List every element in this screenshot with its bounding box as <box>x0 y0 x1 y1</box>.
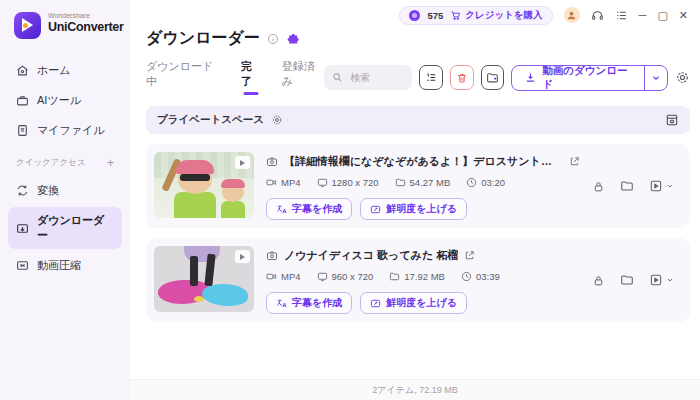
sidebar-item-video-compress[interactable]: 動画圧縮 <box>8 252 122 279</box>
lock-icon[interactable] <box>592 274 605 287</box>
format-icon <box>266 271 277 282</box>
tabs: ダウンロード中 完了 登録済み <box>146 59 324 96</box>
external-link-icon[interactable] <box>464 250 475 261</box>
play-with-menu[interactable] <box>649 273 674 287</box>
buy-credits-button[interactable]: クレジットを購入 <box>450 9 542 22</box>
download-list: 【詳細情報欄になぞなぞがあるよ！】デロスサントス 歌うしかないだろ with 助… <box>146 144 690 332</box>
resolution-icon <box>317 271 328 282</box>
cart-icon <box>450 10 461 21</box>
minimize-button[interactable]: ─ <box>639 10 647 21</box>
video-badge-icon <box>235 156 250 169</box>
video-thumbnail[interactable] <box>154 246 254 312</box>
maximize-button[interactable]: ▢ <box>657 10 667 21</box>
task-list-icon[interactable] <box>615 9 628 22</box>
credit-coin-icon <box>409 10 420 21</box>
quick-access-add-button[interactable]: + <box>107 156 114 170</box>
delete-button[interactable] <box>450 65 474 90</box>
duration-value: 03:39 <box>476 271 500 282</box>
duration-icon <box>466 177 477 188</box>
filesize-icon <box>395 177 406 188</box>
items-summary: 2アイテム, 72.19 MB <box>372 384 457 397</box>
sidebar-item-label: AIツール <box>37 93 81 108</box>
main-area: 575 クレジットを購入 ─ ▢ ✕ ダウ <box>130 0 700 400</box>
sidebar-item-downloader[interactable]: ダウンローダー <box>8 207 122 249</box>
safe-box-icon[interactable] <box>665 113 679 127</box>
play-in-app-icon <box>649 273 663 287</box>
create-subtitles-button[interactable]: 字幕を作成 <box>266 292 352 314</box>
tab-downloading[interactable]: ダウンロード中 <box>146 59 221 96</box>
settings-gear-icon[interactable] <box>675 70 690 85</box>
sidebar-item-label: 変換 <box>37 183 59 198</box>
download-video-label: 動画のダウンロード <box>542 65 630 91</box>
filesize-icon <box>389 271 400 282</box>
sidebar-item-convert[interactable]: 変換 <box>8 177 122 204</box>
brand-product: UniConverter <box>48 20 124 34</box>
duration-value: 03:20 <box>481 177 505 188</box>
brand-company: Wondershare <box>48 12 124 20</box>
sidebar-item-label: ダウンローダー <box>37 213 114 243</box>
tab-registered[interactable]: 登録済み <box>282 59 324 96</box>
open-folder-icon[interactable] <box>620 179 634 193</box>
play-in-app-icon <box>649 179 663 193</box>
search-box[interactable] <box>324 65 412 90</box>
app-window: Wondershare UniConverter ホーム AIツール マイファイ… <box>0 0 700 400</box>
sidebar-item-my-files[interactable]: マイファイル <box>8 117 122 144</box>
download-item-row[interactable]: 【詳細情報欄になぞなぞがあるよ！】デロスサントス 歌うしかないだろ with 助… <box>146 144 690 228</box>
uniconverter-logo-icon <box>14 12 41 39</box>
support-headset-icon[interactable] <box>591 9 604 22</box>
item-type-icon <box>266 156 278 168</box>
private-space-settings-icon[interactable] <box>271 114 283 126</box>
toolbar: ダウンロード中 完了 登録済み <box>130 59 700 106</box>
titlebar: 575 クレジットを購入 ─ ▢ ✕ <box>130 0 700 24</box>
sidebar-item-home[interactable]: ホーム <box>8 57 122 84</box>
user-avatar[interactable] <box>564 7 580 23</box>
close-button[interactable]: ✕ <box>679 10 688 21</box>
filesize-value: 54.27 MB <box>410 177 451 188</box>
quick-access-header: クイックアクセス + <box>16 156 114 170</box>
external-link-icon[interactable] <box>569 156 580 167</box>
downloader-icon <box>16 222 29 235</box>
format-value: MP4 <box>281 271 301 282</box>
lock-icon[interactable] <box>592 180 605 193</box>
page-title: ダウンローダー <box>146 28 260 49</box>
video-title: 【詳細情報欄になぞなぞがあるよ！】デロスサントス 歌うしかないだろ with 助… <box>284 154 563 169</box>
toolbox-icon <box>16 94 29 107</box>
tab-completed[interactable]: 完了 <box>241 59 262 96</box>
sidebar-item-label: 動画圧縮 <box>37 258 81 273</box>
file-icon <box>16 124 29 137</box>
download-options-chevron[interactable] <box>644 66 667 90</box>
video-badge-icon <box>235 250 250 263</box>
resolution-value: 1280 x 720 <box>332 177 379 188</box>
sidebar-item-label: ホーム <box>37 63 71 78</box>
credits-pill[interactable]: 575 クレジットを購入 <box>399 6 552 25</box>
download-video-split-button[interactable]: 動画のダウンロード <box>511 65 668 91</box>
chevron-down-icon <box>666 182 674 190</box>
page-head: ダウンローダー <box>130 24 700 59</box>
home-icon <box>16 64 29 77</box>
credits-count: 575 <box>427 10 443 21</box>
open-folder-icon[interactable] <box>620 273 634 287</box>
move-to-folder-button[interactable] <box>481 65 505 90</box>
item-type-icon <box>266 250 278 262</box>
download-icon <box>525 72 536 83</box>
video-thumbnail[interactable] <box>154 152 254 218</box>
sidebar-item-ai-tools[interactable]: AIツール <box>8 87 122 114</box>
quick-access-label: クイックアクセス <box>16 157 86 169</box>
download-item-row[interactable]: ノウナイディスコ 歌ってみた 柘榴 MP4 960 x 720 <box>146 238 690 322</box>
play-with-menu[interactable] <box>649 179 674 193</box>
create-subtitles-button[interactable]: 字幕を作成 <box>266 198 352 220</box>
download-video-button[interactable]: 動画のダウンロード <box>512 66 643 90</box>
resolution-value: 960 x 720 <box>332 271 374 282</box>
sort-list-button[interactable] <box>419 65 443 90</box>
plugin-puzzle-icon[interactable] <box>286 31 301 46</box>
chevron-down-icon <box>666 276 674 284</box>
private-space-bar[interactable]: プライベートスペース <box>146 106 690 134</box>
video-title: ノウナイディスコ 歌ってみた 柘榴 <box>284 248 458 263</box>
format-value: MP4 <box>281 177 301 188</box>
status-bar: 2アイテム, 72.19 MB <box>130 379 700 400</box>
resolution-icon <box>317 177 328 188</box>
info-icon[interactable] <box>267 33 279 45</box>
enhance-quality-button[interactable]: 鮮明度を上げる <box>360 198 467 220</box>
search-input[interactable] <box>348 71 408 84</box>
enhance-quality-button[interactable]: 鮮明度を上げる <box>360 292 467 314</box>
